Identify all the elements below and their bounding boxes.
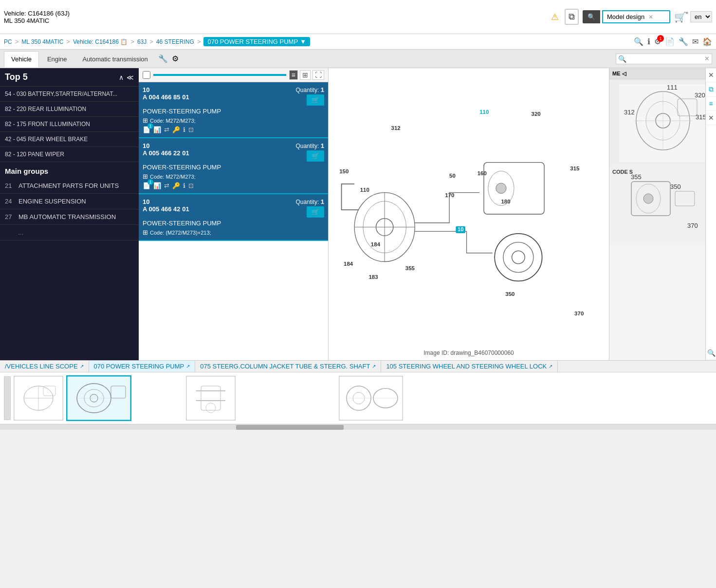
- home-icon[interactable]: 🏠: [702, 37, 712, 46]
- top5-close-button[interactable]: ≪: [127, 74, 134, 81]
- mail-icon[interactable]: ✉: [692, 37, 698, 46]
- svg-text:183: 183: [368, 274, 378, 280]
- thumb-item-1[interactable]: [66, 375, 131, 421]
- vehicle-line1: Vehicle: C164186 (63J): [4, 10, 70, 17]
- part-add-cart-0[interactable]: 🛒: [307, 94, 324, 106]
- thumb-external-icon-3: ↗: [549, 364, 552, 369]
- tab-engine[interactable]: Engine: [40, 51, 74, 67]
- parts-view-icons: ≡ ⊞ ⛶: [289, 70, 324, 80]
- model-design-close-icon[interactable]: ✕: [648, 14, 653, 20]
- wrench-icon[interactable]: 🔧: [158, 54, 168, 63]
- part-qty-label-2: Quantity: 1: [295, 198, 324, 205]
- part-num-1: 10: [143, 142, 149, 149]
- tab-search-close-icon[interactable]: ✕: [704, 55, 710, 62]
- part-qty-col-0: Quantity: 1 🛒: [295, 86, 324, 106]
- part-copy-icon-0[interactable]: ⊡: [188, 126, 194, 133]
- grid-view-button[interactable]: ⊞: [300, 70, 311, 80]
- thumb-item-0[interactable]: [14, 376, 63, 421]
- thumb-label-2[interactable]: 075 STEERG.COLUMN JACKET TUBE & STEERG. …: [195, 361, 381, 372]
- svg-text:10: 10: [458, 226, 464, 232]
- top5-collapse-button[interactable]: ∧: [119, 74, 124, 81]
- parts-select-all-checkbox[interactable]: [143, 71, 150, 79]
- rp-filter-icon[interactable]: ≡: [706, 97, 716, 111]
- thumb-label-1[interactable]: 070 POWER STEERING PUMP ↗: [89, 361, 196, 372]
- part-chart-icon-1[interactable]: 📊: [153, 182, 161, 189]
- svg-text:312: 312: [624, 109, 635, 116]
- part-row-1-top: 10 A 005 466 22 01 Quantity: 1 🛒: [143, 142, 324, 162]
- expand-view-button[interactable]: ⛶: [312, 70, 324, 80]
- wis-icon[interactable]: 🔧: [679, 37, 688, 46]
- thumb-external-icon-2: ↗: [372, 364, 376, 369]
- mg-num-27: 27: [5, 213, 18, 220]
- part-info-icon-1[interactable]: ℹ: [183, 182, 185, 189]
- breadcrumb-63j[interactable]: 63J: [137, 38, 147, 45]
- main-group-more[interactable]: ...: [0, 225, 139, 240]
- tabs-row: Vehicle Engine Automatic transmission 🔧 …: [0, 50, 716, 68]
- top5-item-1[interactable]: 82 - 220 REAR ILLUMINATION: [0, 102, 139, 117]
- part-info-icon-0[interactable]: ℹ: [183, 126, 185, 133]
- part-chart-icon-0[interactable]: 📊: [153, 126, 161, 133]
- part-doc-icon-1[interactable]: 📄1: [143, 182, 150, 189]
- top5-item-3[interactable]: 42 - 045 REAR WHEEL BRAKE: [0, 132, 139, 147]
- scrollbar-area[interactable]: [0, 424, 716, 430]
- rp-close-panel-icon[interactable]: ✕: [706, 68, 716, 82]
- top5-item-4[interactable]: 82 - 120 PANE WIPER: [0, 147, 139, 162]
- rp-zoom-plus-icon[interactable]: 🔍: [706, 346, 716, 360]
- mg-more-label: ...: [18, 229, 24, 236]
- main-group-21[interactable]: 21 ATTACHMENT PARTS FOR UNITS: [0, 178, 139, 194]
- part-add-cart-2[interactable]: 🛒: [307, 206, 324, 218]
- svg-text:110: 110: [479, 109, 489, 115]
- search-icon-button[interactable]: 🔍: [583, 10, 600, 23]
- top5-item-0[interactable]: 54 - 030 BATTERY,STARTER/ALTERNAT...: [0, 87, 139, 102]
- thumb-label-3[interactable]: 105 STEERING WHEEL AND STEERING WHEEL LO…: [381, 361, 558, 372]
- part-doc-icon-0[interactable]: 📄1: [143, 126, 150, 133]
- top5-item-2[interactable]: 82 - 175 FRONT ILLUMINATION: [0, 117, 139, 132]
- thumb-item-2[interactable]: [186, 376, 236, 421]
- part-code-1: ⊞ Code: M272/M273;: [143, 173, 324, 180]
- copy-button[interactable]: ⧉: [565, 9, 579, 25]
- tab-vehicle[interactable]: Vehicle: [4, 51, 39, 67]
- breadcrumb-vehicle[interactable]: Vehicle: C164186 📋: [73, 38, 128, 45]
- breadcrumb-46steering[interactable]: 46 STEERING: [156, 38, 194, 45]
- thumbnail-labels: /VEHICLES LINE SCOPE ↗ 070 POWER STEERIN…: [0, 361, 716, 372]
- breadcrumb-ml350[interactable]: ML 350 4MATIC: [21, 38, 63, 45]
- warning-button[interactable]: ⚠: [549, 10, 561, 24]
- language-selector[interactable]: en: [690, 11, 712, 22]
- model-design-field: Model design ✕: [602, 10, 670, 23]
- thumb-label-0[interactable]: /VEHICLES LINE SCOPE ↗: [0, 361, 89, 372]
- part-exchange-icon-0[interactable]: ⇄: [164, 126, 169, 133]
- tab-search-box: 🔍 ✕: [616, 54, 712, 64]
- part-exchange-icon-1[interactable]: ⇄: [164, 182, 169, 189]
- info-icon[interactable]: ℹ: [647, 37, 650, 46]
- part-key-icon-0[interactable]: 🔑: [172, 126, 180, 133]
- breadcrumb-pc[interactable]: PC: [4, 38, 12, 45]
- svg-point-44: [643, 194, 653, 203]
- gear-icon[interactable]: ⚙: [172, 54, 179, 63]
- filter-icon[interactable]: ⚙ 1: [654, 37, 661, 46]
- main-group-24[interactable]: 24 ENGINE SUSPENSION: [0, 194, 139, 209]
- rp-cross-icon[interactable]: ✕: [706, 111, 716, 125]
- part-add-cart-1[interactable]: 🛒: [307, 150, 324, 162]
- table-icon-1: ⊞: [143, 173, 148, 180]
- svg-point-8: [496, 183, 506, 193]
- part-copy-icon-1[interactable]: ⊡: [188, 182, 194, 189]
- breadcrumb-current[interactable]: 070 POWER STEERING PUMP ▼: [203, 37, 310, 46]
- part-key-icon-1[interactable]: 🔑: [172, 182, 180, 189]
- thumb-label-text-2: 075 STEERG.COLUMN JACKET TUBE & STEERG. …: [200, 363, 370, 370]
- right-panel-header: ME ◁ ✕: [609, 68, 716, 79]
- zoom-icon[interactable]: 🔍: [634, 37, 643, 46]
- tab-search-input[interactable]: [626, 55, 704, 62]
- tab-automatic-transmission[interactable]: Automatic transmission: [75, 51, 155, 67]
- cart-button[interactable]: 🛒+: [674, 11, 686, 23]
- svg-text:355: 355: [405, 265, 415, 271]
- bottom-thumbnails: /VEHICLES LINE SCOPE ↗ 070 POWER STEERIN…: [0, 360, 716, 424]
- list-view-button[interactable]: ≡: [289, 70, 298, 80]
- main-group-27[interactable]: 27 MB AUTOMATIC TRANSMISSION: [0, 209, 139, 225]
- svg-text:170: 170: [445, 192, 454, 198]
- scrollbar-thumb[interactable]: [236, 425, 344, 430]
- document-icon[interactable]: 📄: [665, 37, 675, 46]
- breadcrumb-tools: 🔍 ℹ ⚙ 1 📄 🔧 ✉ 🏠: [634, 37, 712, 46]
- thumb-item-pre[interactable]: [4, 376, 11, 420]
- rp-copy-icon[interactable]: ⧉: [706, 82, 716, 97]
- thumb-item-3[interactable]: [339, 376, 403, 421]
